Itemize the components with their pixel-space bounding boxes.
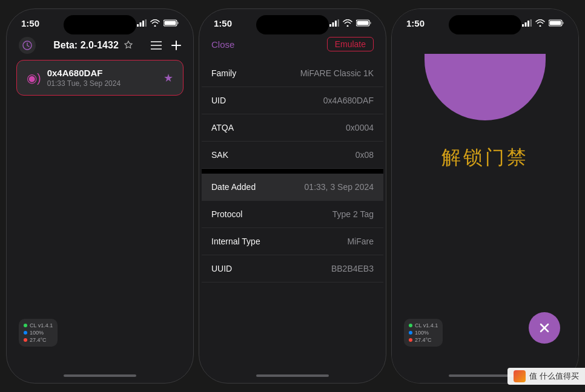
- svg-rect-10: [338, 19, 340, 27]
- section-divider: [202, 169, 383, 174]
- value-family: MiFARE Classic 1K: [300, 68, 374, 78]
- status-icons-2: [329, 19, 371, 27]
- svg-rect-13: [522, 24, 524, 27]
- clock-icon: [22, 41, 32, 50]
- wifi-icon-1: [150, 19, 160, 27]
- widget-row-1: CL v1.4.1: [24, 322, 53, 328]
- widget-dot-green-1: [24, 324, 27, 327]
- nfc-card-left: ◉) 0x4A680DAF 01:33 Tue, 3 Sep 2024: [27, 68, 121, 88]
- battery-icon-2: [356, 19, 371, 27]
- label-date: Date Added: [211, 182, 256, 192]
- wifi-icon-2: [343, 19, 352, 27]
- app-icon[interactable]: [19, 37, 36, 54]
- widget-dot-red-3: [409, 338, 412, 342]
- time-2: 1:50: [214, 18, 232, 28]
- nfc-card-info: 0x4A680DAF 01:33 Tue, 3 Sep 2024: [47, 68, 121, 88]
- phone-2: 1:50 Close Emulate Family MiFARE Classic…: [199, 8, 386, 384]
- phone1-title: Beta: 2.0-1432: [53, 40, 119, 51]
- value-uid: 0x4A680DAF: [323, 96, 374, 105]
- svg-rect-9: [335, 21, 337, 27]
- watermark: 值 什么值得买: [507, 368, 585, 385]
- phones-container: 1:50 Beta: 2.0-1432: [0, 0, 585, 392]
- svg-rect-12: [357, 21, 369, 25]
- info-row-atqa: ATQA 0x0004: [202, 114, 383, 142]
- chinese-text: 解锁门禁: [441, 145, 529, 171]
- value-uuid: BB2B4EB3: [331, 264, 374, 273]
- phone1-header: Beta: 2.0-1432: [7, 32, 193, 60]
- signal-icon-1: [137, 19, 147, 27]
- svg-rect-15: [527, 21, 529, 27]
- time-3: 1:50: [406, 18, 425, 28]
- nfc-card-id: 0x4A680DAF: [47, 68, 121, 78]
- svg-rect-7: [329, 24, 331, 27]
- phone-1: 1:50 Beta: 2.0-1432: [6, 8, 194, 384]
- status-icons-1: [137, 19, 179, 27]
- phone2-header: Close Emulate: [199, 32, 386, 60]
- label-uuid: UUID: [211, 264, 232, 273]
- home-bar-1: [64, 374, 136, 377]
- svg-rect-16: [530, 19, 532, 27]
- nfc-star-icon[interactable]: ★: [164, 71, 173, 85]
- widget-row-3: 27.4°C: [24, 337, 53, 343]
- widget-text-3c: 27.4°C: [415, 337, 432, 343]
- close-circle-button[interactable]: [529, 312, 560, 344]
- watermark-logo: [514, 370, 526, 382]
- plus-icon[interactable]: [171, 41, 181, 50]
- label-family: Family: [211, 68, 236, 78]
- widget-text-3b: 100%: [415, 330, 429, 336]
- emulate-button[interactable]: Emulate: [327, 37, 374, 51]
- nfc-card-item[interactable]: ◉) 0x4A680DAF 01:33 Tue, 3 Sep 2024 ★: [16, 60, 183, 96]
- purple-semicircle: [425, 54, 546, 120]
- svg-rect-8: [332, 22, 334, 27]
- star-outline-icon: [124, 41, 133, 50]
- x-icon: [538, 321, 551, 335]
- widget-row-3a: CL v1.4.1: [409, 322, 438, 328]
- status-icons-3: [522, 19, 564, 27]
- info-row-sak: SAK 0x08: [202, 142, 383, 169]
- info-row-family: Family MiFARE Classic 1K: [202, 60, 383, 87]
- info-row-date: Date Added 01:33, 3 Sep 2024: [202, 174, 383, 201]
- small-widget-1: CL v1.4.1 100% 27.4°C: [19, 319, 58, 347]
- value-protocol: Type 2 Tag: [332, 209, 374, 219]
- close-button[interactable]: Close: [211, 39, 234, 50]
- svg-rect-5: [165, 21, 176, 25]
- label-sak: SAK: [211, 150, 228, 160]
- widget-dot-blue-1: [24, 331, 27, 335]
- info-row-internal-type: Internal Type MiFare: [202, 228, 383, 255]
- widget-dot-red-1: [24, 338, 27, 342]
- info-row-uid: UID 0x4A680DAF: [202, 87, 383, 114]
- signal-icon-3: [522, 19, 532, 27]
- label-uid: UID: [211, 96, 226, 105]
- battery-icon-3: [549, 19, 564, 27]
- dynamic-island-2: [256, 15, 329, 34]
- widget-text-3a: CL v1.4.1: [415, 322, 438, 328]
- time-1: 1:50: [21, 18, 39, 28]
- home-bar-2: [256, 374, 329, 377]
- dynamic-island-1: [64, 15, 136, 34]
- info-row-uuid: UUID BB2B4EB3: [202, 255, 383, 283]
- value-atqa: 0x0004: [346, 123, 374, 132]
- widget-row-2: 100%: [24, 330, 53, 336]
- dynamic-island-3: [449, 15, 521, 34]
- widget-text-1c: 27.4°C: [30, 337, 47, 343]
- label-internal-type: Internal Type: [211, 237, 260, 246]
- label-atqa: ATQA: [211, 123, 234, 132]
- label-protocol: Protocol: [211, 209, 242, 219]
- widget-row-3b: 100%: [409, 330, 438, 336]
- value-sak: 0x08: [355, 150, 374, 160]
- widget-text-1b: 100%: [30, 330, 44, 336]
- info-row-protocol: Protocol Type 2 Tag: [202, 201, 383, 228]
- svg-rect-1: [140, 22, 142, 27]
- svg-rect-2: [142, 21, 144, 27]
- list-icon[interactable]: [151, 41, 162, 50]
- value-date: 01:33, 3 Sep 2024: [305, 182, 374, 192]
- watermark-text: 值 什么值得买: [529, 371, 579, 382]
- nfc-wave-icon: ◉): [27, 71, 41, 85]
- svg-rect-3: [145, 19, 147, 27]
- svg-rect-0: [137, 24, 139, 27]
- info-table: Family MiFARE Classic 1K UID 0x4A680DAF …: [199, 60, 386, 383]
- widget-text-1a: CL v1.4.1: [30, 322, 53, 328]
- signal-icon-2: [329, 19, 339, 27]
- phone-3: 1:50 解锁门禁 CL v1.4.1 100%: [391, 8, 579, 384]
- widget-dot-blue-3: [409, 331, 412, 335]
